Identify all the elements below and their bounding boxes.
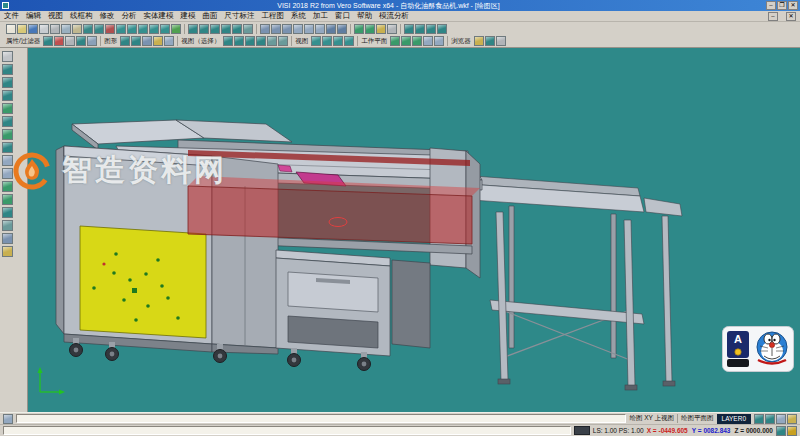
hidden-line-icon[interactable]: [426, 24, 436, 34]
extrude-icon[interactable]: [260, 24, 270, 34]
revolve-icon[interactable]: [271, 24, 281, 34]
zoom-in-icon[interactable]: [116, 24, 126, 34]
view-prev-icon[interactable]: [267, 36, 277, 46]
perspective-icon[interactable]: [437, 24, 447, 34]
paste-icon[interactable]: [72, 24, 82, 34]
menu-item-0[interactable]: 文件: [4, 11, 19, 21]
mdi-minimize-button[interactable]: –: [768, 12, 778, 21]
mirror-tool-icon[interactable]: [2, 168, 13, 179]
command-input[interactable]: [16, 414, 626, 423]
viewport-canvas[interactable]: [28, 48, 800, 412]
grid-icon[interactable]: [765, 414, 775, 424]
command-icon[interactable]: [3, 414, 13, 424]
menu-item-9[interactable]: 尺寸标注: [225, 11, 255, 21]
snap-icon[interactable]: [754, 414, 764, 424]
menu-item-15[interactable]: 模流分析: [379, 11, 409, 21]
machine-model[interactable]: [28, 48, 800, 412]
wp-xy-icon[interactable]: [390, 36, 400, 46]
annotate-icon[interactable]: [376, 24, 386, 34]
wireframe-view-icon[interactable]: [404, 24, 414, 34]
shaded-view-icon[interactable]: [415, 24, 425, 34]
circle-tool-icon[interactable]: [2, 116, 13, 127]
measure-tool-icon[interactable]: [2, 246, 13, 257]
menu-item-4[interactable]: 修改: [100, 11, 115, 21]
rotate-view-icon[interactable]: [160, 24, 170, 34]
spline-icon[interactable]: [232, 24, 242, 34]
menu-item-8[interactable]: 曲面: [203, 11, 218, 21]
shell-icon[interactable]: [293, 24, 303, 34]
chamfer-icon[interactable]: [315, 24, 325, 34]
color-filter-icon[interactable]: [54, 36, 64, 46]
view-front-icon[interactable]: [234, 36, 244, 46]
wp-xz-icon[interactable]: [401, 36, 411, 46]
polyline-tool-icon[interactable]: [2, 90, 13, 101]
spline-tool-icon[interactable]: [2, 142, 13, 153]
message-indicator-icon[interactable]: [776, 426, 786, 436]
prompt-area[interactable]: [3, 426, 571, 435]
redo-icon[interactable]: [94, 24, 104, 34]
view-iso-icon[interactable]: [256, 36, 266, 46]
regen-icon[interactable]: [131, 36, 141, 46]
boolean-icon[interactable]: [326, 24, 336, 34]
wp-custom-icon[interactable]: [423, 36, 433, 46]
menu-item-13[interactable]: 窗口: [335, 11, 350, 21]
rect-tool-icon[interactable]: [2, 103, 13, 114]
close-button[interactable]: ✕: [788, 1, 798, 10]
point-tool-icon[interactable]: [2, 64, 13, 75]
solid-tool-icon[interactable]: [2, 233, 13, 244]
arc-icon[interactable]: [210, 24, 220, 34]
copy-icon[interactable]: [61, 24, 71, 34]
select-tool-icon[interactable]: [2, 51, 13, 62]
browser-icon[interactable]: [474, 36, 484, 46]
offset-tool-icon[interactable]: [2, 155, 13, 166]
rotate-tool-icon[interactable]: [2, 194, 13, 205]
wp-yz-icon[interactable]: [412, 36, 422, 46]
menu-item-12[interactable]: 加工: [313, 11, 328, 21]
trim-icon[interactable]: [337, 24, 347, 34]
pan-icon[interactable]: [149, 24, 159, 34]
menu-item-10[interactable]: 工程图: [262, 11, 285, 21]
save-icon[interactable]: [28, 24, 38, 34]
attribute-icon[interactable]: [87, 36, 97, 46]
dimension-icon[interactable]: [365, 24, 375, 34]
line-tool-icon[interactable]: [2, 77, 13, 88]
arc-tool-icon[interactable]: [2, 129, 13, 140]
undo-icon[interactable]: [83, 24, 93, 34]
zoom-fit-icon[interactable]: [138, 24, 148, 34]
measure-icon[interactable]: [354, 24, 364, 34]
move-tool-icon[interactable]: [2, 181, 13, 192]
shading-icon[interactable]: [142, 36, 152, 46]
view-side-icon[interactable]: [245, 36, 255, 46]
scale-tool-icon[interactable]: [2, 207, 13, 218]
layers-icon[interactable]: [387, 24, 397, 34]
status-indicator-icon[interactable]: [787, 426, 797, 436]
layer-filter-icon[interactable]: [43, 36, 53, 46]
element-filter-icon[interactable]: [76, 36, 86, 46]
text-icon[interactable]: [243, 24, 253, 34]
rotate-orbit-icon[interactable]: [344, 36, 354, 46]
layer-selector[interactable]: LAYER0: [717, 414, 751, 424]
point-icon[interactable]: [188, 24, 198, 34]
wp-align-icon[interactable]: [434, 36, 444, 46]
redraw-icon[interactable]: [120, 36, 130, 46]
cut-icon[interactable]: [50, 24, 60, 34]
pan-view-icon[interactable]: [333, 36, 343, 46]
maximize-button[interactable]: ❐: [777, 1, 787, 10]
circle-icon[interactable]: [221, 24, 231, 34]
tree-icon[interactable]: [485, 36, 495, 46]
delete-icon[interactable]: [105, 24, 115, 34]
ortho-icon[interactable]: [776, 414, 786, 424]
menu-item-3[interactable]: 线框构: [70, 11, 93, 21]
menu-item-5[interactable]: 分析: [122, 11, 137, 21]
units-icon[interactable]: [787, 414, 797, 424]
line-icon[interactable]: [199, 24, 209, 34]
zoom-window-icon[interactable]: [311, 36, 321, 46]
new-file-icon[interactable]: [6, 24, 16, 34]
search-icon[interactable]: [496, 36, 506, 46]
minimize-button[interactable]: –: [766, 1, 776, 10]
material-icon[interactable]: [164, 36, 174, 46]
view-top-icon[interactable]: [223, 36, 233, 46]
menu-item-11[interactable]: 系统: [291, 11, 306, 21]
view-next-icon[interactable]: [278, 36, 288, 46]
linetype-filter-icon[interactable]: [65, 36, 75, 46]
